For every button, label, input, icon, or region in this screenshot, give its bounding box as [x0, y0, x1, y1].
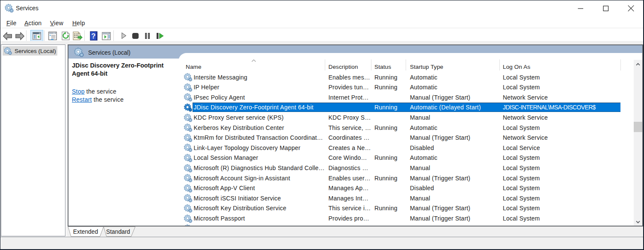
svg-text:?: ?: [91, 32, 95, 40]
svg-text:Standard: Standard: [106, 229, 130, 235]
svg-text:Extended: Extended: [73, 229, 98, 235]
